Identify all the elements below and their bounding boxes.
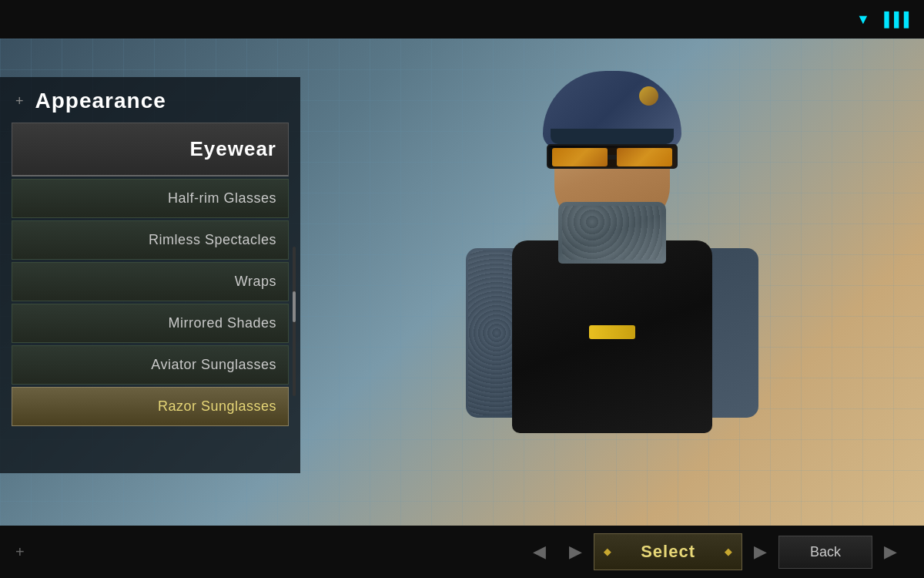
stats-icon[interactable]: ▐▐▐	[879, 12, 909, 28]
list-item-wraps[interactable]: Wraps	[12, 262, 289, 301]
list-item-label: Aviator Sunglasses	[151, 357, 276, 372]
list-item-aviator[interactable]: Aviator Sunglasses	[12, 345, 289, 385]
next-arrow-icon[interactable]: ▶	[557, 534, 594, 570]
list-item-label: Mirrored Shades	[168, 315, 276, 331]
list-item-mirrored[interactable]: Mirrored Shades	[12, 304, 289, 343]
character-chest-stripe	[589, 325, 635, 339]
character-model	[420, 71, 805, 495]
scroll-track	[293, 247, 296, 396]
panel-header: + Appearance	[12, 89, 289, 113]
category-header[interactable]: Eyewear	[12, 123, 289, 176]
back-button[interactable]: Back	[778, 536, 872, 569]
bottom-buttons: ◀ ▶ Select ▶ Back ▶	[521, 533, 909, 570]
character-display	[300, 77, 924, 473]
character-beret	[543, 71, 681, 148]
list-item-label: Razor Sunglasses	[158, 398, 276, 414]
next-arrow2-icon[interactable]: ▶	[742, 534, 778, 570]
list-item-label: Half-rim Glasses	[168, 190, 276, 206]
appearance-panel: + Appearance Eyewear Half-rim Glasses Ri…	[0, 77, 300, 473]
list-item-rimless[interactable]: Rimless Spectacles	[12, 220, 289, 260]
filter-icon[interactable]: ▼	[856, 12, 870, 28]
glasses-lens-left	[552, 148, 608, 166]
category-title: Eyewear	[189, 137, 276, 160]
back-arrow-icon[interactable]: ▶	[872, 534, 909, 570]
scene-background: + Appearance Eyewear Half-rim Glasses Ri…	[0, 39, 924, 526]
glasses-bridge	[608, 155, 617, 160]
glasses-lens-right	[617, 148, 672, 166]
prev-arrow-icon[interactable]: ◀	[521, 534, 557, 570]
select-button[interactable]: Select	[594, 533, 742, 570]
scroll-indicator	[292, 247, 296, 396]
list-item-label: Wraps	[235, 274, 276, 289]
bottom-bar: + ◀ ▶ Select ▶ Back ▶	[0, 526, 924, 578]
list-item-razor[interactable]: Razor Sunglasses	[12, 387, 289, 426]
panel-title: Appearance	[35, 89, 166, 113]
bottom-plus-icon: +	[15, 543, 25, 561]
character-neck-scarf	[558, 202, 666, 264]
list-item-label: Rimless Spectacles	[149, 232, 276, 247]
character-glasses	[547, 144, 678, 171]
list-item-half-rim[interactable]: Half-rim Glasses	[12, 179, 289, 218]
character-badge	[639, 86, 658, 106]
top-bar: ▼ ▐▐▐	[0, 0, 924, 39]
scroll-thumb[interactable]	[293, 291, 296, 322]
glasses-frame	[547, 144, 678, 169]
panel-plus-icon: +	[15, 93, 24, 109]
